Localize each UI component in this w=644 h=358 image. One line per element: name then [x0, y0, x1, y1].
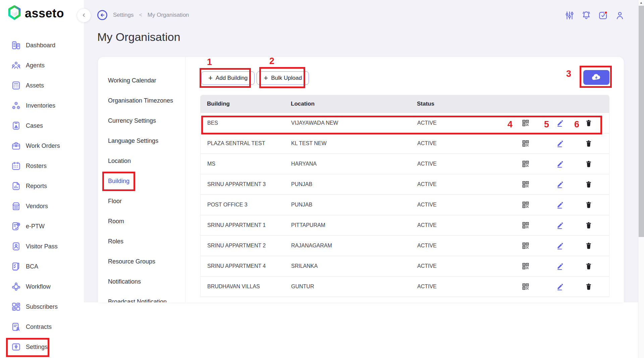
- cell-building: BRUDHAVAN VILLAS: [207, 284, 260, 290]
- cell-status: ACTIVE: [417, 263, 437, 269]
- scroll-up-arrow[interactable]: ▲: [638, 0, 644, 5]
- sidebar-item-settings[interactable]: Settings: [0, 337, 84, 357]
- delete-button[interactable]: [585, 262, 593, 270]
- bulk-upload-button[interactable]: + Bulk Upload: [257, 71, 309, 85]
- submenu-item-roles[interactable]: Roles: [98, 231, 185, 251]
- qr-code-button[interactable]: [522, 262, 530, 270]
- submenu-item-currency-settings[interactable]: Currency Settings: [98, 111, 185, 131]
- delete-button[interactable]: [585, 119, 593, 127]
- qr-code-button[interactable]: [522, 119, 530, 127]
- notifications-bell-icon[interactable]: [581, 10, 591, 20]
- scrollbar[interactable]: ▲: [638, 0, 644, 358]
- sidebar-item-label: Reports: [26, 183, 47, 190]
- sidebar-item-visitor-pass[interactable]: Visitor Pass: [0, 236, 84, 256]
- sidebar-item-subscribers[interactable]: Subscribers: [0, 297, 84, 317]
- qr-code-button[interactable]: [522, 283, 530, 291]
- sidebar-item-label: Inventories: [26, 102, 55, 109]
- sidebar-item-label: Workflow: [26, 283, 51, 290]
- sidebar-item-label: Vendors: [26, 203, 48, 210]
- delete-button[interactable]: [585, 160, 593, 168]
- delete-button[interactable]: [585, 242, 593, 250]
- sidebar-item-dashboard[interactable]: Dashboard: [0, 35, 84, 55]
- edit-button[interactable]: [556, 242, 564, 250]
- edit-button[interactable]: [556, 139, 564, 147]
- workflow-icon: [11, 282, 21, 292]
- submenu-item-building[interactable]: Building: [98, 171, 185, 191]
- cell-location: KL TEST NEW: [291, 140, 327, 146]
- delete-button[interactable]: [585, 180, 593, 188]
- column-header-location: Location: [291, 101, 315, 107]
- sidebar-item-reports[interactable]: Reports: [0, 176, 84, 196]
- edit-button[interactable]: [556, 283, 564, 291]
- sidebar-item-label: Work Orders: [26, 142, 60, 150]
- filter-sliders-icon[interactable]: [565, 10, 575, 20]
- submenu-item-language-settings[interactable]: Language Settings: [98, 131, 185, 151]
- profile-icon[interactable]: [615, 10, 625, 20]
- cell-location: HARYANA: [291, 161, 317, 167]
- cell-building: SRINU APPARTMENT 3: [207, 181, 266, 187]
- submenu-item-organisation-timezones[interactable]: Organisation Timezones: [98, 91, 185, 111]
- download-template-button[interactable]: [583, 70, 609, 85]
- sidebar-item-cases[interactable]: Cases: [0, 116, 84, 136]
- sidebar-item-label: e-PTW: [26, 223, 45, 230]
- tasks-check-icon[interactable]: [598, 10, 608, 20]
- delete-button[interactable]: [585, 221, 593, 229]
- qr-code-button[interactable]: [522, 242, 530, 250]
- submenu-item-resource-groups[interactable]: Resource Groups: [98, 251, 185, 272]
- reports-icon: [11, 181, 21, 191]
- qr-code-button[interactable]: [522, 180, 530, 188]
- sidebar-item-contracts[interactable]: Contracts: [0, 317, 84, 337]
- submenu-item-room[interactable]: Room: [98, 211, 185, 231]
- sidebar-item-inventories[interactable]: Inventories: [0, 96, 84, 116]
- edit-button[interactable]: [556, 201, 564, 209]
- edit-button[interactable]: [556, 221, 564, 229]
- sidebar-item-label: Visitor Pass: [26, 243, 58, 250]
- submenu-item-floor[interactable]: Floor: [98, 191, 185, 211]
- qr-code-button[interactable]: [522, 201, 530, 209]
- qr-code-button[interactable]: [522, 139, 530, 147]
- plus-icon: +: [208, 74, 213, 82]
- edit-button[interactable]: [556, 160, 564, 168]
- breadcrumb-settings[interactable]: Settings: [113, 12, 133, 18]
- submenu-item-working-calendar[interactable]: Working Calendar: [98, 70, 185, 91]
- sidebar-item-assets[interactable]: Assets: [0, 75, 84, 96]
- breadcrumb-my-organisation[interactable]: My Organisation: [148, 12, 189, 18]
- cell-location: PUNJAB: [291, 181, 312, 187]
- breadcrumb: Settings < My Organisation: [97, 10, 189, 20]
- sidebar-item-workflow[interactable]: Workflow: [0, 277, 84, 297]
- qr-code-button[interactable]: [522, 221, 530, 229]
- table-body: BESVIJAYAWADA NEWACTIVEPLAZA SENTRAL TES…: [200, 113, 609, 297]
- cell-building: MS: [207, 161, 215, 167]
- logo[interactable]: asseto: [7, 5, 64, 22]
- cell-location: GUNTUR: [291, 284, 314, 290]
- sidebar-item-label: Subscribers: [26, 303, 58, 310]
- edit-button[interactable]: [556, 262, 564, 270]
- sidebar-item-e-ptw[interactable]: e-PTW: [0, 216, 84, 236]
- sidebar-item-label: Rosters: [26, 163, 47, 170]
- sidebar-item-bca[interactable]: BCA: [0, 256, 84, 277]
- delete-button[interactable]: [585, 139, 593, 147]
- sidebar-item-vendors[interactable]: Vendors: [0, 196, 84, 216]
- delete-button[interactable]: [585, 283, 593, 291]
- sidebar-collapse-button[interactable]: ‹: [77, 8, 91, 22]
- sidebar-item-agents[interactable]: Agents: [0, 55, 84, 75]
- add-building-button[interactable]: + Add Building: [201, 71, 255, 85]
- sidebar-item-rosters[interactable]: Rosters: [0, 156, 84, 176]
- submenu-item-notifications[interactable]: Notifications: [98, 272, 185, 292]
- main-content: Settings < My Organisation: [84, 0, 638, 302]
- delete-button[interactable]: [585, 201, 593, 209]
- scrollbar-thumb[interactable]: [639, 6, 644, 237]
- subscribers-icon: [11, 302, 21, 312]
- table-row: BESVIJAYAWADA NEWACTIVE: [200, 113, 609, 133]
- cell-building: BES: [207, 120, 218, 126]
- table-row: SRINU APPARTMENT 2RAJANAGARAMACTIVE: [200, 236, 609, 256]
- cell-status: ACTIVE: [417, 284, 437, 290]
- submenu-item-location[interactable]: Location: [98, 151, 185, 171]
- edit-button[interactable]: [556, 119, 564, 127]
- back-button[interactable]: [97, 10, 108, 20]
- edit-button[interactable]: [556, 180, 564, 188]
- sidebar-item-work-orders[interactable]: Work Orders: [0, 136, 84, 156]
- qr-code-button[interactable]: [522, 160, 530, 168]
- breadcrumb-separator: <: [139, 12, 142, 18]
- submenu-item-broadcast-notification[interactable]: Broadcast Notification: [98, 292, 185, 302]
